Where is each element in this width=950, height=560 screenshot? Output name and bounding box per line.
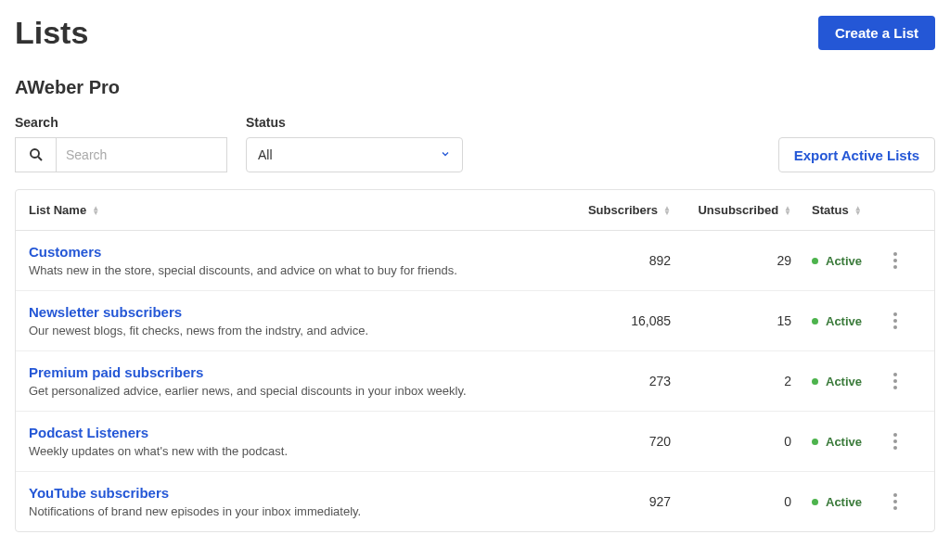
cell-status: Active — [791, 314, 884, 328]
table-row: Customers Whats new in the store, specia… — [16, 231, 934, 291]
cell-status: Active — [791, 495, 884, 509]
status-badge: Active — [812, 495, 862, 509]
search-group: Search — [15, 115, 227, 172]
sort-icon: ▲▼ — [854, 206, 862, 215]
cell-subscribers: 892 — [559, 253, 671, 268]
row-actions-menu-button[interactable] — [884, 490, 906, 513]
cell-actions — [884, 430, 921, 452]
cell-unsubscribed: 29 — [671, 253, 791, 268]
search-wrap — [15, 137, 227, 172]
status-dot-icon — [812, 378, 818, 385]
cell-status: Active — [791, 375, 884, 388]
cell-status: Active — [791, 254, 884, 268]
search-icon[interactable] — [15, 137, 56, 172]
cell-subscribers: 720 — [559, 434, 671, 449]
column-header-name[interactable]: List Name ▲▼ — [29, 203, 559, 217]
cell-unsubscribed: 2 — [671, 374, 791, 388]
cell-name: Newsletter subscribers Our newest blogs,… — [29, 304, 559, 337]
status-dot-icon — [812, 499, 818, 505]
cell-status: Active — [791, 435, 884, 449]
table-row: Newsletter subscribers Our newest blogs,… — [16, 291, 934, 351]
cell-unsubscribed: 0 — [671, 494, 791, 509]
table-row: YouTube subscribers Notifications of bra… — [16, 472, 934, 531]
svg-point-0 — [31, 149, 39, 158]
cell-name: Podcast Listeners Weekly updates on what… — [29, 425, 559, 458]
status-badge: Active — [812, 254, 862, 268]
cell-name: YouTube subscribers Notifications of bra… — [29, 485, 559, 518]
status-badge: Active — [812, 314, 862, 328]
create-list-button[interactable]: Create a List — [818, 16, 935, 50]
table-header: List Name ▲▼ Subscribers ▲▼ Unsubscribed… — [16, 190, 934, 231]
cell-actions — [884, 370, 921, 392]
cell-actions — [884, 490, 921, 513]
page-header: Lists Create a List — [15, 15, 935, 51]
column-header-status[interactable]: Status ▲▼ — [791, 203, 884, 217]
list-name-link[interactable]: YouTube subscribers — [29, 485, 169, 501]
search-label: Search — [15, 115, 227, 130]
filter-bar: Search Status All Export Active Lists — [15, 115, 935, 172]
list-description: Whats new in the store, special discount… — [29, 263, 457, 277]
search-input[interactable] — [56, 137, 227, 172]
list-name-link[interactable]: Premium paid subscribers — [29, 364, 203, 380]
list-name-link[interactable]: Customers — [29, 244, 101, 260]
column-header-unsubscribed[interactable]: Unsubscribed ▲▼ — [671, 203, 791, 217]
cell-subscribers: 16,085 — [559, 313, 671, 328]
list-description: Our newest blogs, fit checks, news from … — [29, 324, 368, 337]
lists-table: List Name ▲▼ Subscribers ▲▼ Unsubscribed… — [15, 189, 935, 532]
sort-icon: ▲▼ — [663, 206, 671, 215]
cell-actions — [884, 249, 921, 272]
status-dot-icon — [812, 318, 818, 325]
export-active-lists-button[interactable]: Export Active Lists — [778, 137, 935, 172]
list-name-link[interactable]: Newsletter subscribers — [29, 304, 182, 320]
cell-subscribers: 927 — [559, 494, 671, 509]
list-name-link[interactable]: Podcast Listeners — [29, 425, 148, 440]
row-actions-menu-button[interactable] — [884, 370, 906, 392]
row-actions-menu-button[interactable] — [884, 249, 906, 272]
status-label: Status — [246, 115, 463, 130]
list-description: Get personalized advice, earlier news, a… — [29, 384, 467, 398]
page-title: Lists — [15, 15, 88, 51]
cell-subscribers: 273 — [559, 374, 671, 388]
section-title: AWeber Pro — [15, 77, 935, 98]
table-row: Podcast Listeners Weekly updates on what… — [16, 412, 934, 472]
svg-line-1 — [38, 157, 42, 160]
list-description: Notifications of brand new episodes in y… — [29, 504, 361, 518]
table-row: Premium paid subscribers Get personalize… — [16, 351, 934, 412]
cell-name: Premium paid subscribers Get personalize… — [29, 364, 559, 398]
list-description: Weekly updates on what's new with the po… — [29, 444, 288, 458]
cell-actions — [884, 310, 921, 332]
status-select-value: All — [258, 147, 273, 162]
column-header-subscribers[interactable]: Subscribers ▲▼ — [559, 203, 671, 217]
status-group: Status All — [246, 115, 463, 172]
status-badge: Active — [812, 375, 862, 388]
status-dot-icon — [812, 258, 818, 264]
row-actions-menu-button[interactable] — [884, 310, 906, 332]
chevron-down-icon — [440, 147, 451, 162]
cell-unsubscribed: 15 — [671, 313, 791, 328]
status-select[interactable]: All — [246, 137, 463, 172]
status-badge: Active — [812, 435, 862, 449]
cell-unsubscribed: 0 — [671, 434, 791, 449]
sort-icon: ▲▼ — [92, 206, 99, 215]
cell-name: Customers Whats new in the store, specia… — [29, 244, 559, 277]
sort-icon: ▲▼ — [784, 206, 791, 215]
row-actions-menu-button[interactable] — [884, 430, 906, 452]
status-dot-icon — [812, 439, 818, 445]
